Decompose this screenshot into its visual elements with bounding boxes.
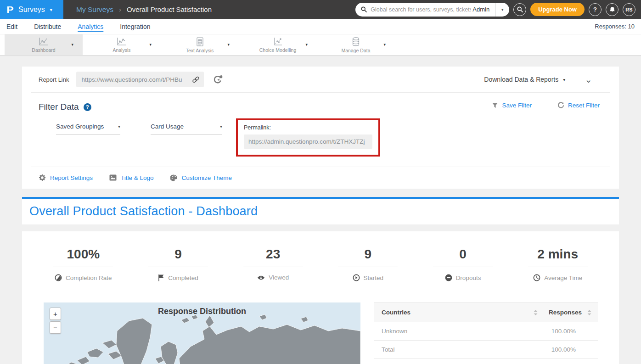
report-settings-links: Report Settings Title & Logo Customize T… — [22, 167, 619, 189]
notifications-button[interactable] — [606, 3, 619, 16]
filter-help-icon[interactable]: ? — [84, 103, 91, 111]
sort-icon[interactable] — [587, 310, 591, 315]
search-scope-caret-icon[interactable]: ▾ — [495, 3, 509, 17]
palette-icon — [170, 174, 178, 181]
page-title: Overall Product Satisfaction - Dashboard — [29, 204, 612, 218]
customize-theme-link[interactable]: Customize Theme — [170, 174, 232, 181]
report-link-row: Report Link https://www.questionpro.com/… — [22, 67, 619, 92]
stats-row: 100% Completion Rate 9 Completed — [22, 247, 619, 281]
tab-manage-data[interactable]: Manage Data ▾ — [317, 34, 395, 55]
report-settings-link[interactable]: Report Settings — [39, 174, 93, 181]
gear-icon — [39, 174, 46, 181]
breadcrumb-current: Overall Product Satisfaction — [127, 6, 212, 13]
dashboard-card: 100% Completion Rate 9 Completed — [22, 231, 619, 364]
card-usage-dropdown[interactable]: Card Usage ▾ — [151, 123, 222, 134]
minus-circle-icon — [445, 274, 452, 281]
stat-value: 9 — [365, 247, 372, 262]
topbar-actions: Admin ▾ Upgrade Now ? RS — [355, 3, 641, 17]
stat-started: 9 Started — [320, 247, 416, 281]
lock-report-icon[interactable] — [213, 75, 223, 84]
divider — [148, 267, 208, 267]
stat-completion-rate: 100% Completion Rate — [36, 247, 131, 281]
permalink-highlight-box: Permalink: https://admin.questionpro.com… — [236, 118, 380, 157]
tab-analysis[interactable]: Analysis ▾ — [83, 34, 161, 55]
collapse-panel-chevron-icon[interactable]: ⌄ — [585, 77, 592, 82]
eye-icon — [257, 275, 265, 280]
report-row-actions: Download Data & Reports ▾ ⌄ — [484, 76, 602, 83]
table-row: Total 100.00% — [374, 341, 598, 359]
tab-choice-modelling[interactable]: Choice Modelling ▾ — [239, 34, 317, 55]
stat-value: 0 — [459, 247, 467, 262]
search-scope-label[interactable]: Admin — [471, 6, 495, 13]
report-link-field[interactable]: https://www.questionpro.com/t/PHBu — [76, 72, 204, 87]
nav-item-edit[interactable]: Edit — [6, 23, 17, 30]
link-icon[interactable] — [192, 76, 200, 84]
map-zoom-in-button[interactable]: + — [50, 308, 61, 320]
breadcrumb-my-surveys[interactable]: My Surveys — [76, 6, 113, 14]
download-menu-label: Download Data & Reports — [484, 76, 558, 83]
caret-down-icon[interactable]: ▾ — [305, 42, 308, 47]
global-search: Admin ▾ — [355, 3, 509, 17]
nav-item-analytics[interactable]: Analytics — [78, 23, 103, 30]
reset-icon — [557, 102, 564, 109]
divider — [53, 267, 113, 267]
analytics-tab-strip: Dashboard ▾ Analysis ▾ Text Analysis ▾ C… — [0, 34, 641, 56]
permalink-field[interactable]: https://admin.questionpro.com/t/ZTHXJTZj — [244, 134, 372, 149]
save-filter-button[interactable]: Save Filter — [492, 102, 532, 109]
top-bar: P Surveys ▾ My Surveys › Overall Product… — [0, 0, 641, 19]
avatar[interactable]: RS — [623, 3, 635, 16]
stat-value: 9 — [174, 247, 182, 262]
caret-down-icon[interactable]: ▾ — [227, 42, 230, 47]
nav-item-distribute[interactable]: Distribute — [34, 23, 61, 30]
divider — [433, 267, 493, 267]
stat-label: Started — [364, 274, 384, 281]
countries-column-header[interactable]: Countries — [382, 309, 534, 316]
product-menu[interactable]: P Surveys ▾ — [0, 0, 63, 19]
funnel-icon — [492, 102, 498, 108]
stat-value: 100% — [67, 247, 100, 262]
report-link-url: https://www.questionpro.com/t/PHBu — [81, 76, 192, 83]
stat-completed: 9 Completed — [131, 247, 226, 281]
report-link-label: Report Link — [39, 76, 69, 83]
questionpro-logo-icon: P — [6, 4, 13, 15]
responses-count: Responses: 10 — [595, 23, 635, 30]
search-button[interactable] — [513, 3, 526, 16]
caret-down-icon[interactable]: ▾ — [149, 42, 152, 47]
questionpro-app: P Surveys ▾ My Surveys › Overall Product… — [0, 0, 641, 364]
sort-icon[interactable] — [534, 310, 538, 315]
database-icon — [351, 37, 361, 47]
title-logo-link[interactable]: Title & Logo — [109, 174, 154, 181]
divider — [243, 267, 303, 267]
global-search-input[interactable] — [371, 6, 471, 13]
reset-filter-label: Reset Filter — [568, 102, 600, 109]
help-button[interactable]: ? — [589, 3, 602, 16]
text-analysis-icon — [195, 37, 205, 47]
caret-down-icon[interactable]: ▾ — [71, 42, 73, 47]
reset-filter-button[interactable]: Reset Filter — [557, 102, 600, 109]
upgrade-now-button[interactable]: Upgrade Now — [530, 3, 585, 16]
countries-table-header: Countries Responses — [374, 302, 598, 322]
responses-column-header[interactable]: Responses — [549, 309, 582, 316]
caret-down-icon[interactable]: ▾ — [383, 42, 386, 47]
line-chart-icon — [38, 37, 49, 46]
save-filter-label: Save Filter — [502, 102, 532, 109]
breadcrumb-separator-icon: › — [119, 6, 121, 13]
saved-groupings-dropdown[interactable]: Saved Groupings ▾ — [56, 123, 120, 134]
stat-dropouts: 0 Dropouts — [416, 247, 511, 281]
map-zoom-out-button[interactable]: − — [50, 321, 61, 334]
stat-label: Viewed — [269, 274, 289, 281]
nav-item-integration[interactable]: Integration — [120, 23, 150, 30]
stat-value: 23 — [266, 247, 280, 262]
analysis-chart-icon — [116, 37, 127, 46]
play-circle-icon — [353, 274, 360, 281]
clock-icon — [533, 274, 540, 281]
caret-down-icon: ▾ — [220, 124, 222, 129]
flag-icon — [158, 274, 164, 281]
tab-dashboard[interactable]: Dashboard ▾ — [5, 34, 83, 55]
download-data-reports-menu[interactable]: Download Data & Reports ▾ — [484, 76, 565, 83]
report-filter-card: Report Link https://www.questionpro.com/… — [22, 67, 619, 189]
permalink-label: Permalink: — [244, 124, 372, 131]
response-distribution-map[interactable]: Response Distribution + − — [44, 302, 360, 364]
search-icon — [361, 6, 367, 12]
tab-text-analysis[interactable]: Text Analysis ▾ — [161, 34, 239, 55]
